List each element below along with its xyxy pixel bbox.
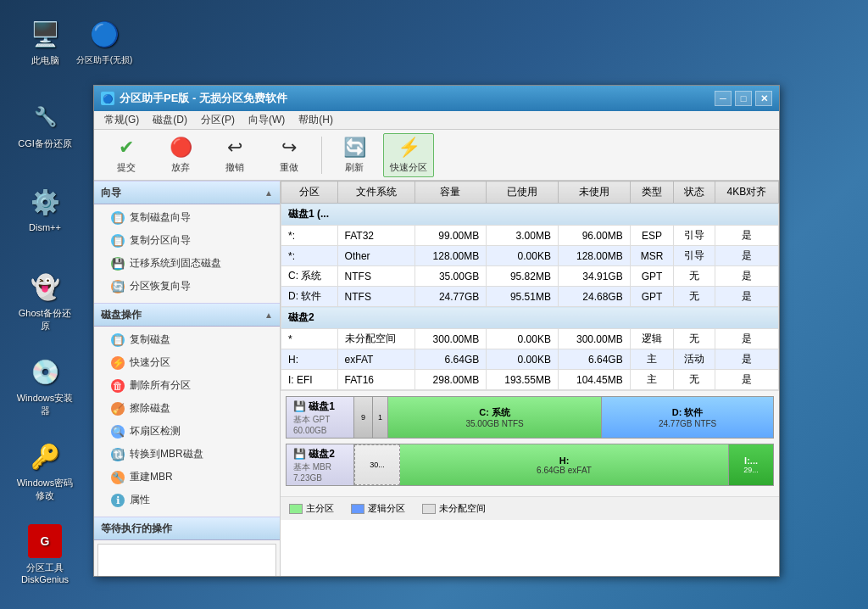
disk1-visual[interactable]: 💾 磁盘1 基本 GPT 60.00GB 9 1 (286, 396, 774, 439)
copy-disk-icon: 📋 (111, 211, 125, 225)
free: 104.45MB (558, 370, 630, 390)
maximize-button[interactable]: □ (735, 91, 752, 106)
properties-op[interactable]: ℹ 属性 (94, 489, 280, 511)
disk1-header-row[interactable]: 磁盘1 (... (281, 204, 779, 226)
legend-primary: 主分区 (289, 502, 334, 515)
disk1-label: 磁盘1 (... (281, 204, 779, 226)
disk1-system-part[interactable]: C: 系统 35.00GB NTFS (388, 397, 602, 438)
to-mbr-op[interactable]: 🔃 转换到MBR磁盘 (94, 443, 280, 466)
desktop-icon-windows-installer[interactable]: 💿 Windows安装器 (15, 355, 75, 417)
desktop: 🖥️ 此电脑 🔵 分区助手(无损) 🔧 CGI备份还原 ⚙️ Dism++ 👻 … (0, 0, 868, 609)
wizard-header[interactable]: 向导 ▲ (94, 181, 280, 204)
undo-button[interactable]: ↩ 撤销 (209, 133, 260, 177)
status: 引导 (674, 226, 715, 246)
table-row[interactable]: *: FAT32 99.00MB 3.00MB 96.00MB ESP 引导 是 (281, 226, 779, 246)
to-mbr-icon: 🔃 (111, 448, 125, 461)
align: 是 (715, 370, 778, 390)
used: 0.00KB (487, 246, 559, 266)
desktop-icon-partition-assistant[interactable]: 🔵 分区助手(无损) (75, 17, 134, 66)
disk1-esp-part[interactable]: 9 (354, 397, 373, 438)
wipe-disk-op[interactable]: 🧹 擦除磁盘 (94, 397, 280, 420)
table-row[interactable]: * 未分配空间 300.00MB 0.00KB 300.00MB 逻辑 无 是 (281, 329, 779, 349)
close-button[interactable]: ✕ (755, 91, 772, 106)
menu-item-regular[interactable]: 常规(G) (97, 111, 146, 129)
redo-button[interactable]: ↪ 重做 (264, 133, 314, 177)
desktop-icon-cgi[interactable]: 🔧 CGI备份还原 (15, 100, 75, 150)
refresh-button[interactable]: 🔄 刷新 (329, 133, 380, 177)
partition-name: H: (281, 349, 338, 370)
menu-item-disk[interactable]: 磁盘(D) (146, 111, 194, 129)
ghost-icon: 👻 (28, 270, 62, 304)
desktop-icon-windows-pwd[interactable]: 🔑 Windows密码修改 (15, 439, 75, 502)
partition-assistant-icon: 🔵 (87, 17, 121, 51)
pending-header[interactable]: 等待执行的操作 (94, 517, 280, 540)
table-row[interactable]: I: EFI FAT16 298.00MB 193.55MB 104.45MB … (281, 370, 779, 390)
disk2-header-row[interactable]: 磁盘2 (281, 307, 779, 329)
desktop-icon-ghost[interactable]: 👻 Ghost备份还原 (15, 270, 75, 332)
copy-disk-wizard[interactable]: 📋 复制磁盘向导 (94, 206, 280, 229)
logical-color (351, 504, 364, 514)
disk2-visual-label: 💾 磁盘2 基本 MBR 7.23GB (287, 444, 354, 485)
disk2-visual[interactable]: 💾 磁盘2 基本 MBR 7.23GB 30... H: 6.64GB e (286, 444, 774, 486)
menu-item-partition[interactable]: 分区(P) (194, 111, 242, 129)
discard-button[interactable]: 🔴 放弃 (155, 133, 206, 177)
col-header-fs: 文件系统 (337, 182, 415, 204)
copy-partition-wizard[interactable]: 📋 复制分区向导 (94, 229, 280, 252)
desktop-icon-diskgenius[interactable]: G 分区工具DiskGenius (15, 524, 75, 584)
col-header-size: 容量 (415, 182, 487, 204)
disk2-size: 7.23GB (293, 473, 347, 483)
desktop-icon-this-pc[interactable]: 🖥️ 此电脑 (15, 17, 75, 67)
type: 主 (630, 349, 674, 370)
table-row[interactable]: H: exFAT 6.64GB 0.00KB 6.64GB 主 活动 是 (281, 349, 779, 370)
free: 24.68GB (558, 287, 630, 307)
cgi-icon: 🔧 (28, 100, 62, 134)
type: GPT (630, 287, 674, 307)
submit-button[interactable]: ✔ 提交 (101, 133, 152, 177)
quick-partition-button[interactable]: ⚡ 快速分区 (383, 133, 434, 177)
toolbar-separator (321, 137, 322, 174)
partition-name: D: 软件 (281, 287, 338, 307)
wipe-disk-icon: 🧹 (111, 402, 125, 416)
minimize-button[interactable]: ─ (715, 91, 732, 106)
fs-type: Other (337, 246, 415, 266)
pending-section: 等待执行的操作 (94, 517, 280, 576)
align: 是 (715, 226, 778, 246)
bad-sector-op[interactable]: 🔍 坏扇区检测 (94, 420, 280, 443)
migrate-ssd-wizard[interactable]: 💾 迁移系统到固态磁盘 (94, 252, 280, 275)
menu-item-help[interactable]: 帮助(H) (292, 111, 340, 129)
disk-ops-header[interactable]: 磁盘操作 ▲ (94, 303, 280, 327)
status: 无 (674, 287, 715, 307)
disk2-efi-part[interactable]: I:... 29... (729, 444, 773, 485)
disk2-unalloc-part[interactable]: 30... (354, 444, 400, 485)
size: 35.00GB (415, 266, 487, 287)
restore-partition-wizard[interactable]: 🔄 分区恢复向导 (94, 275, 280, 298)
quick-partition-op[interactable]: ⚡ 快速分区 (94, 351, 280, 374)
right-panel: 分区 文件系统 容量 已使用 未使用 类型 状态 4KB对齐 (281, 181, 779, 576)
align: 是 (715, 246, 778, 266)
partition-name: *: (281, 246, 338, 266)
disk1-software-part[interactable]: D: 软件 24.77GB NTFS (602, 397, 773, 438)
disk-ops-items: 📋 复制磁盘 ⚡ 快速分区 🗑 删除所有分区 🧹 (94, 327, 280, 513)
wizard-arrow: ▲ (264, 188, 273, 198)
rebuild-mbr-op[interactable]: 🔧 重建MBR (94, 466, 280, 489)
menu-item-wizard[interactable]: 向导(W) (242, 111, 292, 129)
copy-disk-op[interactable]: 📋 复制磁盘 (94, 328, 280, 351)
table-row[interactable]: *: Other 128.00MB 0.00KB 128.00MB MSR 引导… (281, 246, 779, 266)
size: 300.00MB (415, 329, 487, 349)
legend-primary-label: 主分区 (306, 502, 334, 515)
size: 298.00MB (415, 370, 487, 390)
used: 95.82MB (487, 266, 559, 287)
align: 是 (715, 287, 778, 307)
table-row[interactable]: D: 软件 NTFS 24.77GB 95.51MB 24.68GB GPT 无… (281, 287, 779, 307)
col-header-type: 类型 (630, 182, 674, 204)
delete-all-op[interactable]: 🗑 删除所有分区 (94, 374, 280, 397)
desktop-icon-dism[interactable]: ⚙️ Dism++ (15, 185, 75, 232)
free: 34.91GB (558, 266, 630, 287)
status: 引导 (674, 246, 715, 266)
rebuild-mbr-icon: 🔧 (111, 471, 125, 484)
table-row[interactable]: C: 系统 NTFS 35.00GB 95.82MB 34.91GB GPT 无… (281, 266, 779, 287)
properties-icon: ℹ (111, 494, 125, 507)
disk2-exfat-part[interactable]: H: 6.64GB exFAT (400, 444, 729, 485)
align: 是 (715, 329, 778, 349)
disk1-msr-part[interactable]: 1 (373, 397, 388, 438)
